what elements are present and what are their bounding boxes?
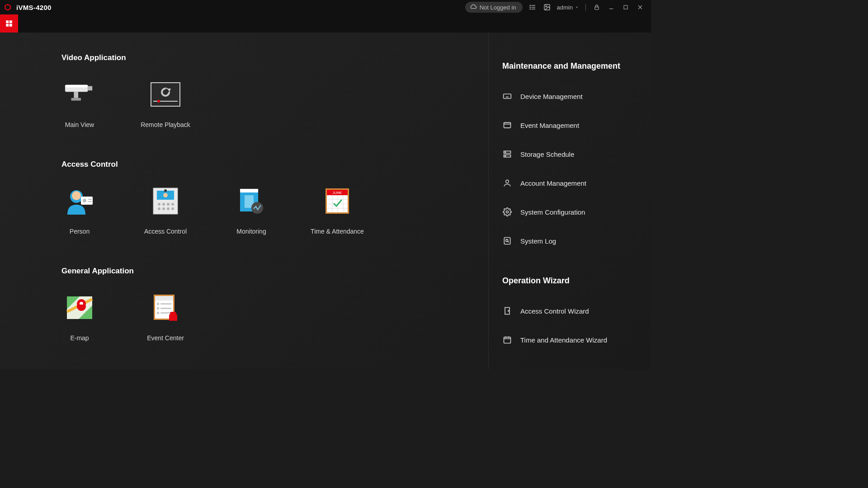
svg-point-9 xyxy=(545,6,547,7)
tile-label: Access Control xyxy=(144,228,187,235)
svg-rect-22 xyxy=(74,92,78,98)
grid-icon xyxy=(5,19,13,28)
nav-time-attendance-wizard[interactable]: Time and Attendance Wizard xyxy=(502,331,637,349)
svg-rect-16 xyxy=(9,20,12,23)
tile-label: Time & Attendance xyxy=(311,228,364,235)
nav-label: System Log xyxy=(520,237,556,245)
svg-rect-92 xyxy=(504,238,510,244)
svg-rect-18 xyxy=(9,24,12,27)
login-status-pill[interactable]: Not Logged in xyxy=(465,2,523,13)
tab-strip xyxy=(0,14,651,33)
svg-rect-77 xyxy=(170,312,176,315)
nav-label: Time and Attendance Wizard xyxy=(520,336,607,344)
svg-point-39 xyxy=(158,203,160,206)
login-status-text: Not Logged in xyxy=(480,4,516,11)
user-menu[interactable]: admin xyxy=(557,4,579,11)
tile-event-center[interactable]: Event Center xyxy=(147,294,184,342)
svg-rect-78 xyxy=(504,94,511,99)
svg-point-32 xyxy=(83,199,86,202)
svg-point-40 xyxy=(162,203,165,206)
monitoring-icon xyxy=(236,187,267,215)
svg-point-38 xyxy=(164,189,167,192)
nav-account-management[interactable]: Account Management xyxy=(502,174,637,192)
calendar-icon: JUNE xyxy=(322,187,353,215)
svg-point-28 xyxy=(157,100,160,103)
svg-point-42 xyxy=(171,203,174,206)
close-button[interactable] xyxy=(635,2,645,12)
svg-point-37 xyxy=(163,193,168,197)
image-icon[interactable] xyxy=(542,2,552,12)
svg-rect-17 xyxy=(6,24,9,27)
svg-rect-23 xyxy=(71,98,81,101)
person-icon xyxy=(64,187,95,215)
svg-rect-10 xyxy=(595,7,599,9)
camera-icon xyxy=(64,80,95,108)
svg-rect-71 xyxy=(157,303,159,305)
svg-point-44 xyxy=(162,207,165,210)
svg-rect-24 xyxy=(151,83,180,106)
section-title-access: Access Control xyxy=(61,160,488,169)
section-title-general: General Application xyxy=(61,267,488,276)
svg-rect-74 xyxy=(160,308,171,309)
svg-point-88 xyxy=(505,152,506,153)
svg-rect-72 xyxy=(160,303,171,305)
nav-storage-schedule[interactable]: Storage Schedule xyxy=(502,145,637,163)
svg-point-96 xyxy=(508,310,509,311)
svg-rect-76 xyxy=(160,312,171,314)
cloud-icon xyxy=(470,4,477,11)
nav-label: System Configuration xyxy=(520,208,585,216)
svg-rect-15 xyxy=(6,20,9,23)
nav-access-control-wizard[interactable]: Access Control Wizard xyxy=(502,302,637,320)
svg-rect-21 xyxy=(88,86,92,91)
tile-label: E-map xyxy=(70,334,89,342)
list-icon[interactable] xyxy=(528,2,538,12)
right-wizard-title: Operation Wizard xyxy=(502,276,637,286)
svg-text:JUNE: JUNE xyxy=(333,191,342,195)
svg-point-5 xyxy=(530,5,530,5)
svg-point-41 xyxy=(167,203,170,206)
tile-monitoring[interactable]: Monitoring xyxy=(233,187,269,235)
tile-emap[interactable]: E-map xyxy=(61,294,98,342)
tile-access-control[interactable]: Access Control xyxy=(147,187,184,235)
nav-event-management[interactable]: Event Management xyxy=(502,116,637,134)
door-icon xyxy=(502,306,512,316)
svg-rect-70 xyxy=(155,296,173,300)
lock-icon[interactable] xyxy=(592,2,602,12)
nav-system-log[interactable]: System Log xyxy=(502,232,637,250)
maximize-button[interactable] xyxy=(621,2,631,12)
storage-icon xyxy=(502,149,512,159)
nav-system-configuration[interactable]: System Configuration xyxy=(502,203,637,221)
tile-remote-playback[interactable]: Remote Playback xyxy=(147,80,184,128)
svg-point-43 xyxy=(158,207,160,210)
svg-point-90 xyxy=(506,180,509,183)
playback-icon xyxy=(150,80,181,108)
minimize-button[interactable] xyxy=(606,2,616,12)
event-list-icon xyxy=(150,294,181,322)
tile-label: Remote Playback xyxy=(141,121,190,128)
svg-rect-48 xyxy=(240,189,258,192)
svg-rect-20 xyxy=(65,85,88,88)
app-title: iVMS-4200 xyxy=(16,4,52,11)
svg-line-94 xyxy=(508,241,509,243)
nav-label: Event Management xyxy=(520,122,579,129)
svg-rect-31 xyxy=(81,197,93,205)
svg-rect-73 xyxy=(157,307,159,310)
calendar-small-icon xyxy=(502,335,512,345)
dashboard-area: Video Application Main View xyxy=(0,33,488,369)
tile-time-attendance[interactable]: JUNE Time & Attendance xyxy=(319,187,355,235)
separator xyxy=(585,4,586,11)
svg-rect-97 xyxy=(504,337,511,343)
svg-point-50 xyxy=(251,202,263,214)
tile-person[interactable]: Person xyxy=(61,187,98,235)
tile-main-view[interactable]: Main View xyxy=(61,80,98,128)
svg-point-46 xyxy=(171,207,174,210)
title-bar: iVMS-4200 Not Logged in admin xyxy=(0,0,651,14)
nav-label: Storage Schedule xyxy=(520,150,574,158)
tile-label: Monitoring xyxy=(236,228,266,235)
window-icon xyxy=(502,120,512,130)
svg-point-45 xyxy=(167,207,170,210)
caret-down-icon xyxy=(575,4,579,11)
section-title-video: Video Application xyxy=(61,53,488,62)
nav-device-management[interactable]: Device Management xyxy=(502,87,637,105)
home-tab[interactable] xyxy=(0,14,18,33)
